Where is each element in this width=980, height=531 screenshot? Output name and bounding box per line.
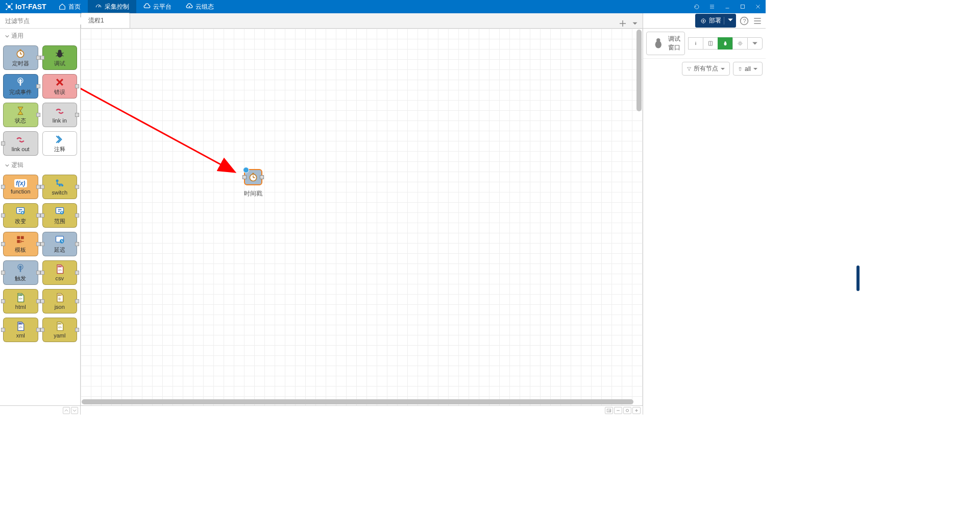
settings-button[interactable] <box>704 0 720 13</box>
chevron-down-icon <box>5 163 9 167</box>
maximize-icon <box>740 4 746 10</box>
caret-down-icon <box>720 66 725 71</box>
node-link-in[interactable]: link in <box>42 103 78 127</box>
svg-rect-9 <box>20 49 21 51</box>
svg-rect-47 <box>609 410 610 412</box>
sidebar-tab-config[interactable] <box>732 37 747 50</box>
range-icon <box>55 206 65 216</box>
annotation-arrow <box>81 29 336 202</box>
svg-point-26 <box>19 266 22 268</box>
deploy-button[interactable]: 部署 <box>695 14 736 28</box>
node-trigger[interactable]: 触发 <box>3 260 38 285</box>
node-xml[interactable]: XML</>xml <box>3 318 38 342</box>
category-logic[interactable]: 逻辑 <box>0 158 80 173</box>
add-tab-button[interactable] <box>618 19 627 28</box>
node-complete[interactable]: 完成事件 <box>3 74 38 99</box>
node-delay[interactable]: 延迟 <box>42 232 78 256</box>
sidebar-menu-button[interactable] <box>752 16 763 26</box>
zoom-out-button[interactable] <box>614 407 622 414</box>
menu-cloud[interactable]: 云平台 <box>136 0 179 13</box>
sidebar-tab-more[interactable] <box>747 37 763 50</box>
refresh-button[interactable] <box>689 0 704 13</box>
node-template[interactable]: 模板 <box>3 232 38 256</box>
sidebar-tab-help[interactable] <box>703 37 718 50</box>
error-icon <box>55 77 65 87</box>
svg-point-48 <box>626 409 629 412</box>
node-function[interactable]: f(x)function <box>3 175 38 199</box>
svg-text:</>: </> <box>58 326 61 329</box>
category-common-label: 通用 <box>11 32 23 40</box>
zoom-in-button[interactable] <box>632 407 641 414</box>
navigator-button[interactable] <box>605 407 613 414</box>
sidebar-tab-debug[interactable] <box>718 37 732 50</box>
node-html[interactable]: HTML</>html <box>3 289 38 313</box>
node-debug[interactable]: 调试 <box>42 45 78 70</box>
deploy-caret[interactable] <box>724 17 731 25</box>
close-button[interactable] <box>750 0 766 13</box>
svg-text:HTML: HTML <box>19 294 23 296</box>
debug-window-tab[interactable]: 调试窗口 <box>646 32 685 55</box>
category-common[interactable]: 通用 <box>0 29 80 43</box>
node-timer[interactable]: 定时器 <box>3 45 38 70</box>
node-json[interactable]: json{}json <box>42 289 78 313</box>
palette-up-button[interactable] <box>63 407 70 414</box>
canvas-node-timestamp[interactable]: 时间戳 <box>244 169 262 185</box>
svg-rect-21 <box>17 236 20 239</box>
flow-canvas[interactable]: 时间戳 <box>81 29 643 405</box>
menu-cloudgroup-label: 云组态 <box>195 3 214 11</box>
bug-icon <box>55 49 65 59</box>
node-range[interactable]: 范围 <box>42 203 78 228</box>
zoom-reset-button[interactable] <box>623 407 631 414</box>
canvas-scrollbar-horizontal[interactable] <box>82 399 633 404</box>
hourglass-icon <box>15 106 26 116</box>
node-yaml[interactable]: yaml</>yaml <box>42 318 78 342</box>
svg-point-2 <box>11 3 13 5</box>
node-change[interactable]: 改变 <box>3 203 38 228</box>
menu-home-label: 首页 <box>68 3 81 11</box>
svg-point-16 <box>59 184 61 186</box>
tab-menu-button[interactable] <box>630 19 640 28</box>
sidebar-tab-info[interactable] <box>688 37 703 50</box>
svg-text:json: json <box>57 294 60 296</box>
bug-icon <box>722 40 728 46</box>
maximize-button[interactable] <box>735 0 750 13</box>
palette-search[interactable] <box>0 13 80 29</box>
node-status[interactable]: 状态 <box>3 103 38 127</box>
palette-search-input[interactable] <box>5 17 82 25</box>
menu-cloudgroup[interactable]: 云组态 <box>179 0 221 13</box>
csv-icon: CSV</> <box>55 264 65 274</box>
canvas-node-label: 时间戳 <box>244 189 262 198</box>
svg-point-3 <box>6 9 7 10</box>
book-icon <box>707 40 714 46</box>
svg-point-4 <box>11 9 13 10</box>
svg-text:</>: </> <box>58 269 61 272</box>
canvas-scrollbar-vertical[interactable] <box>636 30 642 111</box>
change-icon <box>15 206 26 216</box>
node-link-out[interactable]: link out <box>3 131 38 156</box>
menu-collect[interactable]: 采集控制 <box>88 0 136 13</box>
template-icon <box>15 235 26 245</box>
clear-debug-button[interactable]: all <box>733 62 763 76</box>
palette-down-button[interactable] <box>71 407 78 414</box>
cloud-icon <box>143 3 151 10</box>
navigator-icon <box>606 408 611 413</box>
filter-nodes-button[interactable]: 所有节点 <box>682 62 730 76</box>
svg-point-54 <box>656 38 660 42</box>
node-comment[interactable]: 注释 <box>42 131 78 156</box>
logo-icon <box>5 3 13 11</box>
deploy-label: 部署 <box>709 16 721 25</box>
bug-icon <box>651 36 666 51</box>
help-button[interactable]: ? <box>739 16 749 26</box>
node-csv[interactable]: CSV</>csv <box>42 260 78 285</box>
menu-home[interactable]: 首页 <box>52 0 88 13</box>
menu-icon <box>709 4 715 10</box>
minimize-button[interactable] <box>720 0 735 13</box>
node-switch[interactable]: switch <box>42 175 78 199</box>
tab-flow1[interactable]: 流程1 <box>81 13 130 28</box>
json-icon: json{} <box>55 293 65 303</box>
cloud-group-icon <box>186 3 193 10</box>
svg-point-5 <box>189 6 190 7</box>
node-error[interactable]: 错误 <box>42 74 78 99</box>
svg-text:CSV: CSV <box>58 266 61 268</box>
deploy-icon <box>700 18 706 24</box>
